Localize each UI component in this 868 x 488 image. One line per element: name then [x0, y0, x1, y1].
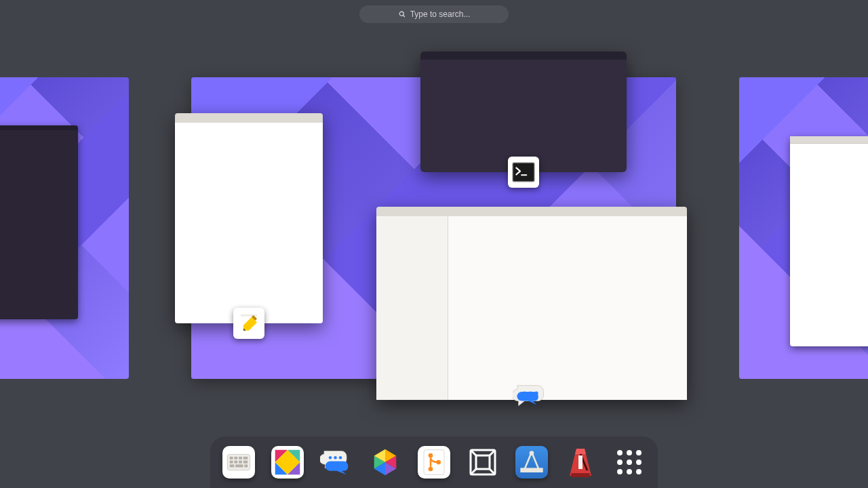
dock-app-grid[interactable] [613, 446, 646, 479]
svg-rect-20 [244, 464, 248, 467]
svg-point-47 [530, 451, 534, 455]
chat-icon [320, 445, 353, 480]
terminal-icon [512, 162, 535, 182]
svg-rect-48 [571, 473, 590, 477]
dock-app-chat[interactable] [320, 446, 353, 479]
svg-point-38 [429, 467, 433, 472]
text-editor-icon [238, 312, 260, 334]
window-app-badge [513, 380, 551, 418]
metronome-icon [567, 446, 594, 479]
geometry-icon [518, 449, 545, 476]
dock-app-metronome[interactable] [564, 446, 597, 479]
window-chrome [376, 207, 687, 217]
svg-rect-4 [513, 163, 535, 182]
chat-sidebar [376, 216, 448, 400]
app-grid-icon [617, 450, 642, 474]
dock-app-keyboard[interactable] [222, 446, 255, 479]
svg-rect-11 [234, 457, 237, 460]
workspace-previous[interactable] [0, 77, 129, 379]
svg-point-26 [329, 456, 332, 460]
svg-rect-18 [230, 464, 235, 467]
activities-search[interactable]: Type to search... [359, 5, 509, 23]
color-manager-icon [370, 447, 401, 478]
dock-app-boxes[interactable] [467, 446, 499, 479]
boxes-icon [467, 446, 499, 479]
svg-point-37 [429, 453, 433, 458]
svg-rect-10 [230, 457, 233, 460]
window-body [376, 216, 687, 400]
window-text-editor[interactable] [175, 113, 323, 323]
chat-main [448, 216, 687, 400]
dock-app-color-manager[interactable] [369, 446, 401, 479]
svg-rect-50 [578, 455, 583, 469]
svg-point-27 [334, 456, 337, 460]
window-app-badge [508, 157, 539, 188]
svg-rect-15 [234, 461, 237, 464]
dock-app-git[interactable] [418, 446, 450, 479]
svg-rect-14 [230, 461, 233, 464]
git-icon [422, 449, 446, 476]
keyboard-icon [225, 449, 252, 476]
dock-app-tangram[interactable] [271, 446, 304, 479]
svg-rect-19 [235, 464, 243, 467]
search-icon [398, 10, 406, 18]
dock-app-geometry[interactable] [515, 446, 548, 479]
svg-rect-17 [243, 461, 248, 464]
svg-line-1 [403, 16, 405, 18]
window-terminal[interactable] [420, 52, 627, 172]
previous-workspace-window [0, 125, 78, 319]
svg-rect-12 [239, 457, 242, 460]
svg-rect-16 [239, 461, 242, 464]
window-body [175, 123, 323, 323]
svg-rect-41 [476, 455, 490, 469]
dash [210, 436, 658, 488]
svg-rect-3 [241, 314, 257, 317]
activities-search-placeholder: Type to search... [410, 9, 471, 19]
svg-point-28 [339, 456, 342, 460]
workspace-next[interactable] [739, 77, 868, 379]
svg-rect-13 [243, 457, 248, 460]
chat-icon [513, 380, 551, 418]
next-workspace-window [790, 136, 868, 346]
window-chat[interactable] [376, 207, 687, 400]
tangram-icon [273, 447, 302, 477]
window-app-badge [233, 308, 264, 339]
svg-point-0 [399, 12, 403, 16]
window-chrome [175, 113, 323, 123]
